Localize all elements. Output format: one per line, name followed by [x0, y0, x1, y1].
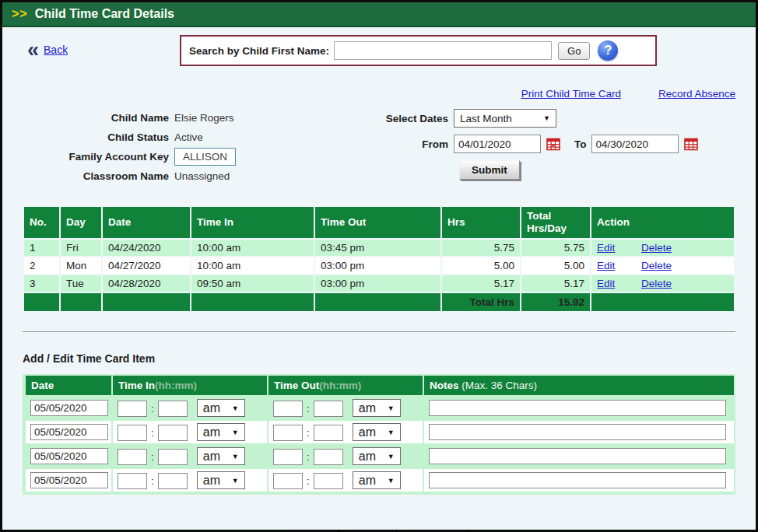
- select-dates-value: Last Month: [460, 113, 512, 124]
- entry-date-input[interactable]: [30, 400, 108, 416]
- col-header-day: Day: [61, 207, 101, 238]
- cell-total-hrs-day: 5.75: [521, 240, 590, 256]
- col-header-total-hrs-day: Total Hrs/Day: [521, 207, 590, 238]
- time-out-minute-input[interactable]: [314, 473, 343, 489]
- to-date-input[interactable]: [591, 135, 679, 153]
- form-row: :am▼ :am▼: [26, 469, 734, 492]
- chevron-down-icon: ▼: [232, 477, 239, 485]
- select-dates-dropdown[interactable]: Last Month ▼: [454, 109, 556, 128]
- from-date-input[interactable]: [454, 135, 541, 153]
- print-child-time-card-link[interactable]: Print Child Time Card: [521, 88, 621, 100]
- select-dates-label: Select Dates: [374, 113, 454, 124]
- chevron-down-icon: ▼: [388, 477, 395, 485]
- cell-no: 1: [24, 240, 59, 256]
- submit-button[interactable]: Submit: [459, 160, 520, 180]
- delete-link[interactable]: Delete: [641, 278, 672, 289]
- child-time-card-details-page: >> Child Time Card Details « Back Search…: [0, 0, 758, 532]
- form-col-date: Date: [26, 376, 111, 395]
- footer-buttons: Back Add Cancel: [23, 529, 735, 532]
- date-filter: Select Dates Last Month ▼ From: [374, 109, 703, 187]
- col-header-time-out: Time Out: [315, 207, 440, 238]
- table-row: 1 Fri 04/24/2020 10:00 am 03:45 pm 5.75 …: [24, 240, 734, 256]
- entry-date-input[interactable]: [30, 424, 108, 440]
- time-in-ampm-select[interactable]: am▼: [197, 447, 245, 465]
- notes-input[interactable]: [429, 400, 726, 416]
- cell-date: 04/24/2020: [103, 240, 190, 256]
- time-in-ampm-select[interactable]: am▼: [197, 399, 245, 417]
- col-header-hrs: Hrs: [442, 207, 520, 238]
- form-col-time-out: Time Out(hh:mm): [268, 376, 423, 395]
- form-row: :am▼ :am▼: [26, 445, 734, 467]
- add-button[interactable]: Add: [352, 529, 397, 532]
- time-out-hour-input[interactable]: [273, 401, 303, 417]
- child-info: Child Name Elsie Rogers Child Status Act…: [23, 109, 357, 187]
- form-col-time-in: Time In(hh:mm): [113, 376, 267, 395]
- form-col-notes: Notes (Max. 36 Chars): [424, 376, 734, 395]
- entry-date-input[interactable]: [30, 448, 108, 464]
- delete-link[interactable]: Delete: [641, 260, 672, 271]
- time-in-hour-input[interactable]: [118, 425, 147, 441]
- child-name-label: Child Name: [23, 112, 174, 124]
- cell-date: 04/28/2020: [103, 275, 190, 292]
- time-card-table: No. Day Date Time In Time Out Hrs Total …: [23, 205, 735, 313]
- time-out-hour-input[interactable]: [273, 449, 303, 465]
- help-icon[interactable]: ?: [598, 40, 618, 61]
- time-in-minute-input[interactable]: [158, 425, 188, 441]
- cell-day: Fri: [61, 240, 101, 256]
- time-in-hour-input[interactable]: [118, 449, 147, 465]
- edit-link[interactable]: Edit: [597, 242, 615, 254]
- notes-input[interactable]: [429, 448, 726, 464]
- cell-total-hrs-day: 5.17: [521, 275, 590, 292]
- time-out-ampm-select[interactable]: am▼: [353, 399, 401, 417]
- entry-date-input[interactable]: [30, 472, 108, 488]
- section-divider: [23, 331, 735, 332]
- edit-link[interactable]: Edit: [597, 260, 615, 271]
- chevron-down-icon: ▼: [388, 453, 395, 460]
- cell-no: 2: [24, 257, 59, 274]
- notes-input[interactable]: [429, 472, 726, 488]
- time-in-hour-input[interactable]: [118, 473, 147, 489]
- form-row: :am▼ :am▼: [26, 397, 734, 419]
- delete-link[interactable]: Delete: [641, 242, 672, 254]
- chevron-down-icon: ▼: [232, 453, 239, 460]
- cancel-button[interactable]: Cancel: [409, 529, 468, 532]
- record-absence-link[interactable]: Record Absence: [658, 88, 735, 100]
- go-button[interactable]: Go: [558, 42, 590, 60]
- chevron-down-icon: ▼: [388, 404, 395, 412]
- edit-link[interactable]: Edit: [597, 278, 615, 289]
- time-out-hour-input[interactable]: [273, 473, 303, 489]
- child-name-row: Child Name Elsie Rogers: [23, 109, 357, 127]
- time-out-minute-input[interactable]: [314, 425, 343, 441]
- col-header-action: Action: [591, 207, 734, 238]
- time-in-ampm-select[interactable]: am▼: [197, 423, 245, 441]
- time-out-ampm-select[interactable]: am▼: [353, 423, 401, 441]
- back-link[interactable]: « Back: [27, 43, 68, 57]
- chevron-down-icon: ▼: [232, 429, 239, 436]
- time-in-minute-input[interactable]: [158, 401, 188, 417]
- time-in-minute-input[interactable]: [158, 473, 188, 489]
- cell-total-hrs-day: 5.00: [521, 257, 590, 274]
- table-header-row: No. Day Date Time In Time Out Hrs Total …: [24, 207, 734, 238]
- notes-max-chars-hint: (Max. 36 Chars): [461, 380, 537, 391]
- time-in-format-hint: (hh:mm): [155, 380, 197, 391]
- cell-hrs: 5.00: [442, 257, 520, 274]
- search-input[interactable]: [334, 41, 552, 60]
- cell-time-in: 09:50 am: [191, 275, 314, 292]
- back-link-label: Back: [44, 44, 68, 56]
- notes-input[interactable]: [429, 424, 726, 440]
- time-in-hour-input[interactable]: [118, 401, 147, 417]
- time-out-minute-input[interactable]: [314, 449, 343, 465]
- page-content: « Back Search by Child First Name: Go ? …: [2, 27, 756, 532]
- time-out-minute-input[interactable]: [314, 401, 343, 417]
- calendar-icon[interactable]: [684, 138, 698, 151]
- time-out-hour-input[interactable]: [273, 425, 303, 441]
- calendar-icon[interactable]: [546, 138, 560, 151]
- time-out-ampm-select[interactable]: am▼: [353, 447, 401, 465]
- time-in-ampm-select[interactable]: am▼: [197, 471, 245, 489]
- back-button[interactable]: Back: [290, 529, 339, 532]
- time-out-ampm-select[interactable]: am▼: [353, 471, 401, 489]
- time-in-minute-input[interactable]: [158, 449, 188, 465]
- page-title: Child Time Card Details: [35, 7, 174, 21]
- cell-action: Edit Delete: [591, 257, 734, 274]
- cell-time-out: 03:00 pm: [315, 275, 440, 292]
